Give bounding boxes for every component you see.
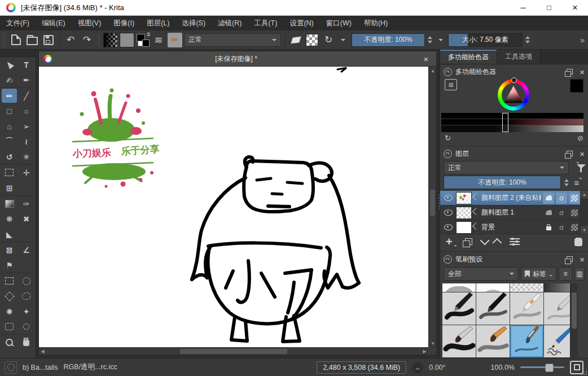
polygon-select-tool[interactable] xyxy=(2,289,17,303)
pattern-edit-tool[interactable]: ❋ xyxy=(2,212,17,226)
freehand-path-tool[interactable]: ≀ xyxy=(19,134,34,148)
open-document-button[interactable] xyxy=(25,33,40,47)
save-button[interactable] xyxy=(41,33,56,47)
dynamic-brush-tool[interactable]: ↺ xyxy=(2,150,17,164)
preset-eraser-soft[interactable] xyxy=(476,283,510,292)
lock-icon[interactable] xyxy=(444,68,452,76)
transform-tool[interactable] xyxy=(2,165,17,180)
menu-filter[interactable]: 滤镜(R) xyxy=(212,16,248,30)
color-history-button[interactable]: ↻ xyxy=(445,134,451,142)
menu-layer[interactable]: 图层(L) xyxy=(141,16,175,30)
brush-option-wrap-button[interactable]: ≋ xyxy=(151,33,166,47)
gradient-swatch-button[interactable] xyxy=(103,33,118,47)
preset-eraser-circle[interactable] xyxy=(442,283,476,292)
new-document-button[interactable] xyxy=(8,33,23,47)
alpha-lock-toggle[interactable]: α xyxy=(556,193,567,204)
canvas-horizontal-scrollbar[interactable]: ◀ ▶ xyxy=(39,347,428,355)
reload-dropdown-caret[interactable] xyxy=(341,39,345,41)
brush-size-spinner[interactable] xyxy=(524,36,531,43)
layer-row-paint-2[interactable]: 颜料图层 2 (来自粘贴) α xyxy=(440,191,588,206)
menu-settings[interactable]: 设置(N) xyxy=(283,16,319,30)
move-layer-down-button[interactable] xyxy=(480,235,489,245)
bezier-curve-tool[interactable]: ⌒ xyxy=(2,134,17,148)
preset-paint-brush-orange[interactable] xyxy=(476,325,510,357)
brush-size-slider[interactable]: 大小: 7.50 像素 xyxy=(448,33,523,47)
pattern-swatch-button[interactable] xyxy=(120,33,134,47)
undo-button[interactable]: ↶ xyxy=(63,33,78,47)
menu-edit[interactable]: 编辑(E) xyxy=(36,16,72,30)
rectangle-tool[interactable]: □ xyxy=(2,104,17,118)
layer-row-background[interactable]: 背景 α xyxy=(440,220,588,234)
fill-tool[interactable]: ◣ xyxy=(2,227,17,241)
smart-patch-tool[interactable]: ✖ xyxy=(19,212,34,226)
redo-button[interactable]: ↷ xyxy=(80,33,94,47)
freehand-brush-tool[interactable]: ✏ xyxy=(2,89,17,103)
freehand-select-tool[interactable] xyxy=(19,289,34,303)
edit-shapes-tool[interactable]: ✍ xyxy=(2,73,17,87)
float-panel-icon[interactable] xyxy=(567,69,573,75)
menu-file[interactable]: 文件(F) xyxy=(0,16,36,30)
canvas-rotation-angle[interactable]: 0.00° xyxy=(429,364,445,371)
color-wheel[interactable] xyxy=(498,79,529,111)
layer-filter-button[interactable] xyxy=(571,164,585,172)
scroll-right-icon[interactable]: ▶ xyxy=(421,348,428,355)
tab-advanced-color-selector[interactable]: 多功能拾色器 xyxy=(440,50,497,64)
reference-images-tool[interactable]: ⚑ xyxy=(2,258,17,272)
menu-tools[interactable]: 工具(T) xyxy=(248,16,283,30)
ellipse-select-tool[interactable] xyxy=(19,274,34,288)
bezier-select-tool[interactable] xyxy=(2,320,17,334)
canvas-viewport[interactable]: 小刀娱乐 乐于分享 xyxy=(39,67,428,347)
tag-button[interactable]: 标签 xyxy=(521,267,556,281)
shade-selector-bars[interactable] xyxy=(441,113,583,132)
shade-bar-3[interactable] xyxy=(441,125,583,132)
magic-wand-select-tool[interactable]: ✺ xyxy=(2,304,17,318)
layer-list-scrollbar[interactable]: ▲ ▼ xyxy=(580,191,588,234)
visibility-icon[interactable] xyxy=(444,224,453,230)
no-color-button[interactable]: ⊘ xyxy=(577,134,583,142)
opacity-spinner[interactable] xyxy=(427,36,433,43)
edit-brush-settings-button[interactable]: ✏ xyxy=(168,33,182,47)
layer-row-paint-1[interactable]: 颜料图层 1 α xyxy=(440,206,588,220)
current-brush-name[interactable]: b) Ba...tails xyxy=(23,364,58,371)
vertical-scroll-thumb[interactable] xyxy=(430,190,435,216)
preset-view-button[interactable]: ▥ xyxy=(574,267,585,281)
selector-settings-button[interactable]: ▤ xyxy=(445,79,457,90)
polygon-tool[interactable]: ⌂ xyxy=(2,119,17,133)
toolbar-overflow-button[interactable]: » xyxy=(580,36,587,45)
rect-select-tool[interactable] xyxy=(2,274,17,288)
preset-grid-scrollbar[interactable] xyxy=(570,283,578,357)
subwindow-titlebar[interactable]: [未保存图像] * × xyxy=(39,51,436,67)
ellipse-tool[interactable]: ○ xyxy=(19,104,34,118)
sv-triangle[interactable] xyxy=(503,85,524,104)
preset-scroll-thumb[interactable] xyxy=(572,292,577,329)
layer-thumbnail[interactable] xyxy=(456,207,472,219)
menu-view[interactable]: 视图(V) xyxy=(72,16,108,30)
scroll-down-icon[interactable]: ▼ xyxy=(581,226,588,234)
layer-alpha-toggle[interactable] xyxy=(569,207,580,218)
preset-filter-dropdown[interactable]: 全部 xyxy=(444,267,519,281)
layer-opacity-slider[interactable]: 不透明度: 100% xyxy=(444,176,561,189)
line-tool[interactable]: ╱ xyxy=(19,89,34,103)
zoom-level[interactable]: 100.0% xyxy=(491,364,515,371)
layer-properties-button[interactable] xyxy=(510,238,520,246)
maximize-button[interactable]: □ xyxy=(536,0,562,15)
scroll-left-icon[interactable]: ◀ xyxy=(39,348,46,355)
menu-select[interactable]: 选择(S) xyxy=(175,16,212,30)
menu-help[interactable]: 帮助(H) xyxy=(358,16,394,30)
delete-layer-button[interactable] xyxy=(574,238,582,246)
move-layer-up-button[interactable] xyxy=(492,238,502,248)
blending-mode-dropdown[interactable]: 正常 xyxy=(184,33,281,47)
layer-menu-button[interactable]: ≡ xyxy=(572,178,585,187)
inherit-alpha-toggle[interactable] xyxy=(543,193,554,204)
polyline-tool[interactable]: ➢ xyxy=(19,119,34,133)
preset-ink-pen-black[interactable] xyxy=(442,292,476,325)
minimize-button[interactable]: ─ xyxy=(510,0,536,15)
crop-tool[interactable]: ⊞ xyxy=(2,181,17,195)
reload-preset-button[interactable]: ↻ xyxy=(321,33,336,47)
canvas-size-indicator[interactable]: 2,480 x 3,508 (34.6 MiB) xyxy=(317,361,406,374)
pan-tool[interactable] xyxy=(19,335,34,349)
preserve-alpha-button[interactable] xyxy=(305,33,319,47)
menu-window[interactable]: 窗口(W) xyxy=(320,16,358,30)
inherit-alpha-toggle[interactable] xyxy=(543,207,554,218)
subwindow-close-button[interactable]: × xyxy=(420,54,432,64)
